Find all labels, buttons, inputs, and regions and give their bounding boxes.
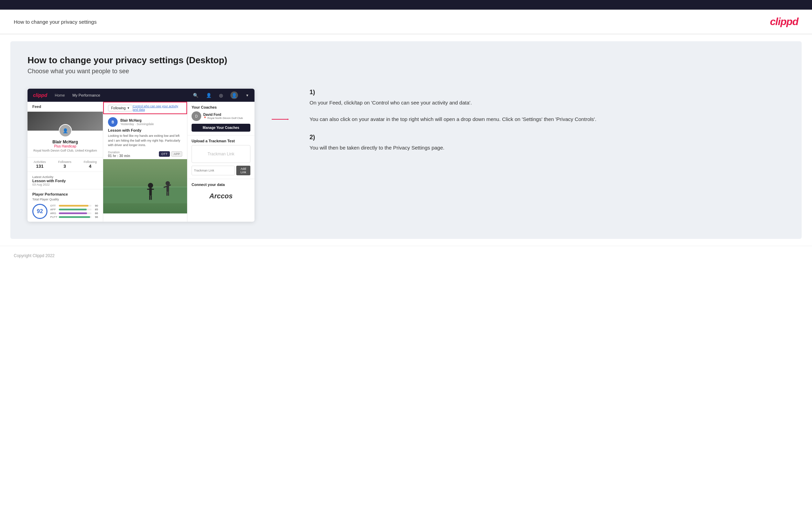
header: How to change your privacy settings clip… [0, 10, 812, 34]
post-meta: Yesterday · Sunningdale [120, 122, 154, 126]
app-navbar: clippd Home My Performance 🔍 👤 ◎ 👤 ▼ [28, 89, 255, 102]
tpq-content: 92 OTT 90 [32, 204, 98, 219]
profile-banner: 👤 [28, 112, 103, 131]
nav-my-performance[interactable]: My Performance [73, 93, 100, 97]
manage-coaches-button[interactable]: Manage Your Coaches [192, 124, 250, 132]
connect-title: Connect your data [192, 183, 250, 187]
instruction-1-text: On your Feed, click/tap on 'Control who … [310, 99, 784, 123]
bar-arg-val: 86 [93, 212, 98, 215]
dropdown-icon[interactable]: ▼ [246, 93, 249, 97]
trackman-section: Upload a Trackman Test Trackman Link Add… [187, 135, 255, 179]
profile-level: Plus Handicap [31, 144, 99, 148]
add-link-button[interactable]: Add Link [236, 166, 250, 175]
bar-ott-label: OTT [50, 204, 58, 207]
page-title: How to change your privacy settings (Des… [28, 55, 784, 66]
stat-activities-label: Activities [34, 160, 46, 164]
stat-activities: Activities 131 [34, 160, 46, 169]
coach-info: David Ford 📍 Royal North Devon Golf Club [203, 113, 243, 120]
svg-rect-11 [168, 192, 169, 196]
annotation-arrow-svg [272, 119, 289, 120]
instruction-1-number: 1) [310, 89, 784, 96]
bar-putt-val: 96 [93, 216, 98, 219]
instruction-2-text: You will then be taken directly to the P… [310, 144, 784, 152]
svg-rect-1 [103, 186, 187, 187]
stat-following: Following 4 [84, 160, 97, 169]
user-icon[interactable]: 👤 [206, 93, 212, 98]
instruction-1: 1) On your Feed, click/tap on 'Control w… [310, 89, 784, 123]
search-icon[interactable]: 🔍 [193, 93, 198, 98]
bar-putt-label: PUTT [50, 216, 58, 219]
copyright: Copyright Clippd 2022 [14, 253, 55, 258]
badge-ott[interactable]: OTT [159, 151, 170, 157]
stat-followers: Followers 3 [58, 160, 72, 169]
connect-section: Connect your data Arccos [187, 179, 255, 207]
svg-rect-5 [149, 195, 150, 200]
svg-marker-13 [288, 119, 289, 120]
app-body: Feed 👤 Blair McHarg Plus Handicap Royal … [28, 102, 255, 222]
latest-activity-name: Lesson with Fordy [32, 179, 98, 183]
following-label: Following [111, 106, 126, 110]
player-performance: Player Performance Total Player Quality … [28, 189, 103, 222]
coach-club-name: Royal North Devon Golf Club [207, 117, 243, 120]
post-avatar: B [108, 117, 118, 127]
stat-followers-label: Followers [58, 160, 72, 164]
following-button[interactable]: Following ▼ [108, 105, 133, 111]
nav-home[interactable]: Home [55, 93, 65, 97]
bar-putt: PUTT 96 [50, 216, 98, 219]
arrow-connector [272, 89, 289, 120]
avatar-icon[interactable]: 👤 [230, 91, 238, 99]
stat-followers-value: 3 [58, 164, 72, 169]
tpq-row: Total Player Quality [32, 198, 98, 202]
bar-app-label: APP [50, 208, 58, 211]
trackman-placeholder: Trackman Link [192, 145, 250, 163]
control-link[interactable]: Control who can see your activity and da… [133, 104, 182, 111]
logo: clippd [770, 16, 798, 27]
svg-point-2 [148, 183, 153, 188]
trackman-input[interactable] [192, 166, 235, 175]
bar-putt-fill [59, 216, 90, 218]
app-mockup: clippd Home My Performance 🔍 👤 ◎ 👤 ▼ Fee… [28, 89, 255, 222]
latest-activity-date: 03 Aug 2022 [32, 183, 98, 186]
bar-arg-fill [59, 212, 87, 214]
middle-feed: Following ▼ Control who can see your act… [103, 102, 187, 222]
badges: OTT APP [159, 151, 182, 157]
post-header: B Blair McHarg Yesterday · Sunningdale [103, 114, 187, 128]
trackman-input-row: Add Link [192, 166, 250, 175]
golfer-silhouette [103, 159, 187, 213]
content-layout: clippd Home My Performance 🔍 👤 ◎ 👤 ▼ Fee… [28, 89, 784, 222]
badge-app[interactable]: APP [171, 151, 182, 157]
coach-avatar: D [192, 111, 201, 121]
location-icon[interactable]: ◎ [219, 93, 223, 98]
chevron-down-icon: ▼ [127, 107, 130, 110]
post-title: Lesson with Fordy [103, 128, 187, 134]
page-subtitle: Choose what you want people to see [28, 68, 784, 75]
feed-tab[interactable]: Feed [28, 102, 103, 112]
main-content: How to change your privacy settings (Des… [10, 41, 802, 239]
footer: Copyright Clippd 2022 [0, 246, 812, 265]
perf-title: Player Performance [32, 192, 98, 196]
duration-value: 01 hr : 30 min [108, 154, 130, 158]
post-item: B Blair McHarg Yesterday · Sunningdale L… [103, 114, 187, 213]
stat-activities-value: 131 [34, 164, 46, 169]
coach-item: D David Ford 📍 Royal North Devon Golf Cl… [192, 111, 250, 121]
post-duration-row: Duration 01 hr : 30 min OTT APP [103, 149, 187, 159]
bar-rows: OTT 90 APP [50, 204, 98, 219]
top-bar [0, 0, 812, 10]
arccos-brand: Arccos [192, 189, 250, 203]
post-image [103, 159, 187, 213]
profile-name: Blair McHarg [31, 140, 99, 144]
svg-point-7 [165, 181, 170, 185]
left-panel: Feed 👤 Blair McHarg Plus Handicap Royal … [28, 102, 103, 222]
app-logo: clippd [33, 92, 47, 98]
svg-rect-0 [103, 186, 187, 203]
bar-ott-track [59, 205, 91, 207]
bar-app: APP 85 [50, 208, 98, 211]
bar-app-val: 85 [93, 208, 98, 211]
stat-following-value: 4 [84, 164, 97, 169]
svg-rect-10 [166, 192, 167, 196]
post-author-name: Blair McHarg [120, 119, 154, 122]
profile-stats: Activities 131 Followers 3 Following 4 [28, 157, 103, 172]
latest-activity-label: Latest Activity [32, 175, 98, 179]
bar-ott-val: 90 [93, 204, 98, 207]
svg-rect-6 [151, 195, 152, 200]
